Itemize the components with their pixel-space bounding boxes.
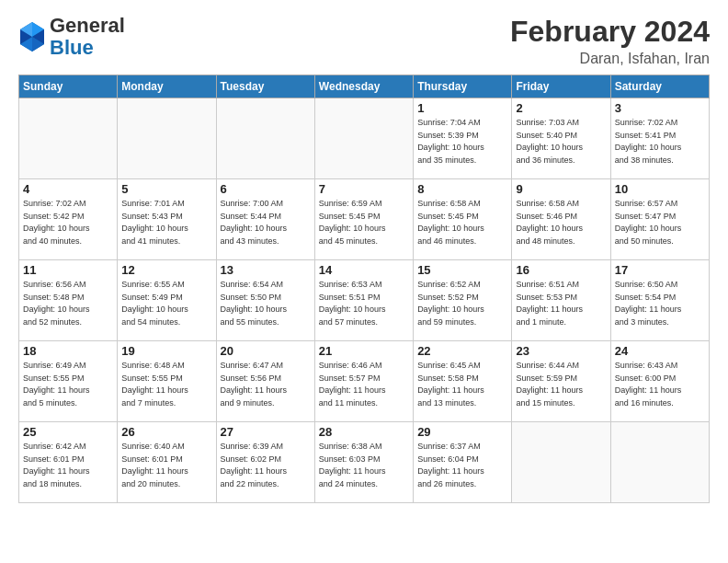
month-title: February 2024 [510,15,710,49]
calendar-cell: 9Sunrise: 6:58 AMSunset: 5:46 PMDaylight… [512,179,610,260]
day-number: 14 [319,263,409,277]
calendar-cell [314,98,413,179]
day-info: Sunrise: 6:47 AMSunset: 5:56 PMDaylight:… [221,360,311,409]
calendar-cell: 3Sunrise: 7:02 AMSunset: 5:41 PMDaylight… [610,98,709,179]
calendar-cell: 18Sunrise: 6:49 AMSunset: 5:55 PMDayligh… [19,341,118,422]
day-number: 7 [319,182,409,196]
calendar-cell [216,98,314,179]
day-info: Sunrise: 6:44 AMSunset: 5:59 PMDaylight:… [516,360,606,409]
calendar-week-2: 11Sunrise: 6:56 AMSunset: 5:48 PMDayligh… [19,260,710,341]
day-info: Sunrise: 6:38 AMSunset: 6:03 PMDaylight:… [319,441,409,490]
day-number: 10 [615,182,705,196]
day-info: Sunrise: 7:01 AMSunset: 5:43 PMDaylight:… [121,198,211,247]
day-info: Sunrise: 6:58 AMSunset: 5:45 PMDaylight:… [417,198,507,247]
day-number: 13 [221,263,311,277]
calendar-cell: 24Sunrise: 6:43 AMSunset: 6:00 PMDayligh… [610,341,709,422]
day-info: Sunrise: 6:56 AMSunset: 5:48 PMDaylight:… [23,279,113,328]
calendar-cell [19,98,118,179]
calendar-cell [610,422,709,503]
day-number: 1 [417,101,507,115]
calendar-cell [512,422,610,503]
day-info: Sunrise: 7:02 AMSunset: 5:41 PMDaylight:… [615,117,705,167]
day-info: Sunrise: 6:52 AMSunset: 5:52 PMDaylight:… [417,279,507,328]
day-number: 18 [23,344,113,358]
calendar-cell: 14Sunrise: 6:53 AMSunset: 5:51 PMDayligh… [314,260,413,341]
day-number: 24 [615,344,705,358]
day-info: Sunrise: 6:58 AMSunset: 5:46 PMDaylight:… [516,198,606,247]
logo: General Blue [18,15,125,59]
day-number: 27 [221,425,311,439]
day-info: Sunrise: 6:55 AMSunset: 5:49 PMDaylight:… [121,279,211,328]
calendar-week-0: 1Sunrise: 7:04 AMSunset: 5:39 PMDaylight… [19,98,710,179]
calendar-cell: 19Sunrise: 6:48 AMSunset: 5:55 PMDayligh… [118,341,216,422]
weekday-header-saturday: Saturday [610,75,709,98]
day-number: 4 [23,182,113,196]
location-title: Daran, Isfahan, Iran [510,51,710,67]
day-number: 17 [615,263,705,277]
day-info: Sunrise: 6:40 AMSunset: 6:01 PMDaylight:… [121,441,211,490]
day-info: Sunrise: 6:46 AMSunset: 5:57 PMDaylight:… [319,360,409,409]
calendar-cell: 20Sunrise: 6:47 AMSunset: 5:56 PMDayligh… [216,341,314,422]
calendar-cell: 15Sunrise: 6:52 AMSunset: 5:52 PMDayligh… [414,260,512,341]
day-number: 12 [121,263,211,277]
calendar-cell: 21Sunrise: 6:46 AMSunset: 5:57 PMDayligh… [314,341,413,422]
calendar-cell: 12Sunrise: 6:55 AMSunset: 5:49 PMDayligh… [118,260,216,341]
day-number: 28 [319,425,409,439]
calendar-cell: 25Sunrise: 6:42 AMSunset: 6:01 PMDayligh… [19,422,118,503]
calendar-cell: 8Sunrise: 6:58 AMSunset: 5:45 PMDaylight… [414,179,512,260]
calendar-cell: 28Sunrise: 6:38 AMSunset: 6:03 PMDayligh… [314,422,413,503]
day-info: Sunrise: 6:50 AMSunset: 5:54 PMDaylight:… [615,279,705,328]
day-info: Sunrise: 6:37 AMSunset: 6:04 PMDaylight:… [417,441,507,490]
calendar-cell: 7Sunrise: 6:59 AMSunset: 5:45 PMDaylight… [314,179,413,260]
day-number: 26 [121,425,211,439]
logo-general: General [50,15,125,37]
calendar-cell: 13Sunrise: 6:54 AMSunset: 5:50 PMDayligh… [216,260,314,341]
calendar-cell: 10Sunrise: 6:57 AMSunset: 5:47 PMDayligh… [610,179,709,260]
day-info: Sunrise: 6:53 AMSunset: 5:51 PMDaylight:… [319,279,409,328]
weekday-header-wednesday: Wednesday [314,75,413,98]
calendar-cell: 23Sunrise: 6:44 AMSunset: 5:59 PMDayligh… [512,341,610,422]
day-number: 2 [516,101,606,115]
day-info: Sunrise: 6:59 AMSunset: 5:45 PMDaylight:… [319,198,409,247]
calendar-cell: 1Sunrise: 7:04 AMSunset: 5:39 PMDaylight… [414,98,512,179]
calendar-cell: 5Sunrise: 7:01 AMSunset: 5:43 PMDaylight… [118,179,216,260]
weekday-header-monday: Monday [118,75,216,98]
day-number: 5 [121,182,211,196]
day-info: Sunrise: 6:39 AMSunset: 6:02 PMDaylight:… [221,441,311,490]
calendar-cell: 2Sunrise: 7:03 AMSunset: 5:40 PMDaylight… [512,98,610,179]
day-number: 22 [417,344,507,358]
calendar-table: SundayMondayTuesdayWednesdayThursdayFrid… [18,75,710,503]
calendar-cell: 29Sunrise: 6:37 AMSunset: 6:04 PMDayligh… [414,422,512,503]
day-info: Sunrise: 6:57 AMSunset: 5:47 PMDaylight:… [615,198,705,247]
weekday-header-friday: Friday [512,75,610,98]
day-number: 29 [417,425,507,439]
calendar-cell: 11Sunrise: 6:56 AMSunset: 5:48 PMDayligh… [19,260,118,341]
day-info: Sunrise: 7:03 AMSunset: 5:40 PMDaylight:… [516,117,606,167]
day-info: Sunrise: 7:04 AMSunset: 5:39 PMDaylight:… [417,117,507,167]
day-number: 19 [121,344,211,358]
day-info: Sunrise: 7:02 AMSunset: 5:42 PMDaylight:… [23,198,113,247]
calendar-cell [118,98,216,179]
day-info: Sunrise: 7:00 AMSunset: 5:44 PMDaylight:… [221,198,311,247]
day-info: Sunrise: 6:45 AMSunset: 5:58 PMDaylight:… [417,360,507,409]
day-number: 21 [319,344,409,358]
weekday-header-tuesday: Tuesday [216,75,314,98]
day-info: Sunrise: 6:54 AMSunset: 5:50 PMDaylight:… [221,279,311,328]
logo-icon [18,20,46,53]
day-info: Sunrise: 6:49 AMSunset: 5:55 PMDaylight:… [23,360,113,409]
calendar-cell: 22Sunrise: 6:45 AMSunset: 5:58 PMDayligh… [414,341,512,422]
calendar-week-4: 25Sunrise: 6:42 AMSunset: 6:01 PMDayligh… [19,422,710,503]
day-number: 20 [221,344,311,358]
calendar-cell: 17Sunrise: 6:50 AMSunset: 5:54 PMDayligh… [610,260,709,341]
day-number: 9 [516,182,606,196]
day-number: 15 [417,263,507,277]
day-info: Sunrise: 6:43 AMSunset: 6:00 PMDaylight:… [615,360,705,409]
day-number: 3 [615,101,705,115]
day-number: 23 [516,344,606,358]
day-info: Sunrise: 6:51 AMSunset: 5:53 PMDaylight:… [516,279,606,328]
day-info: Sunrise: 6:48 AMSunset: 5:55 PMDaylight:… [121,360,211,409]
calendar-cell: 16Sunrise: 6:51 AMSunset: 5:53 PMDayligh… [512,260,610,341]
day-info: Sunrise: 6:42 AMSunset: 6:01 PMDaylight:… [23,441,113,490]
day-number: 25 [23,425,113,439]
title-section: February 2024 Daran, Isfahan, Iran [510,15,710,67]
